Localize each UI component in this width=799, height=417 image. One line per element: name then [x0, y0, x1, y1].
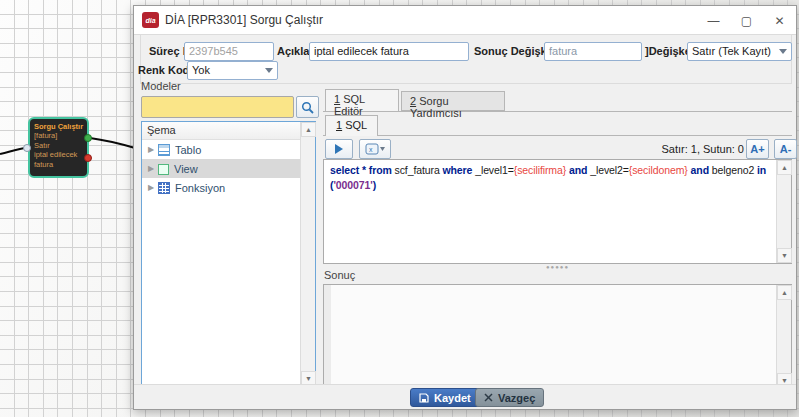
node-line: [fatura] — [30, 131, 87, 141]
splitter-handle[interactable]: ●●●●● — [323, 264, 792, 270]
chevron-down-icon — [779, 49, 787, 54]
node-line: fatura — [30, 160, 87, 170]
renk-kodu-dropdown[interactable]: Yok — [187, 61, 278, 80]
play-icon — [334, 144, 344, 154]
cancel-button[interactable]: Vazgeç — [475, 388, 544, 407]
tab-sql-editor[interactable]: 1 SQL Editör — [325, 89, 399, 111]
scroll-up-icon[interactable]: ▲ — [777, 160, 792, 175]
node-input-port[interactable] — [23, 144, 31, 152]
dialog-titlebar[interactable]: dia DİA [RPR3301] Sorgu Çalıştır — ▢ ✕ — [134, 6, 796, 35]
font-increase-button[interactable]: A+ — [746, 139, 769, 159]
svg-text:x: x — [369, 146, 373, 153]
tree-scrollbar[interactable]: ▲ ▼ — [300, 122, 315, 386]
function-icon — [158, 182, 170, 194]
variable-icon: x — [365, 143, 385, 155]
node-output-port-error[interactable] — [84, 154, 92, 162]
tree-item-fonksiyon[interactable]: ▶ Fonksiyon — [142, 178, 315, 197]
save-button[interactable]: Kaydet — [410, 388, 480, 407]
tab-sorgu-yardimcisi[interactable]: 2 Sorgu Yardımcısı — [401, 91, 505, 111]
chevron-down-icon — [265, 68, 273, 73]
result-scrollbar[interactable]: ▲ ▼ — [776, 285, 791, 388]
schema-tree-panel: Şema ▶ Tablo ▶ View ▶ Fonksiyon ▲ ▼ — [141, 121, 316, 387]
expand-arrow-icon[interactable]: ▶ — [148, 145, 158, 154]
sorgu-calistir-dialog: dia DİA [RPR3301] Sorgu Çalıştır — ▢ ✕ S… — [133, 5, 797, 410]
tree-item-view[interactable]: ▶ View — [142, 159, 315, 178]
tree-item-tablo[interactable]: ▶ Tablo — [142, 140, 315, 159]
variable-insert-dropdown-button[interactable]: x — [359, 139, 391, 159]
expand-arrow-icon[interactable]: ▶ — [148, 164, 158, 173]
search-button[interactable] — [296, 96, 319, 118]
sql-code: select * from scf_fatura where _level1={… — [324, 160, 791, 196]
workflow-node-sorgu-calistir[interactable]: Sorgu Çalıştır [fatura] Satır iptal edil… — [28, 117, 89, 178]
search-icon — [301, 101, 314, 114]
node-line: iptal edilecek — [30, 150, 87, 160]
subtab-sql[interactable]: 1 SQL — [325, 115, 378, 136]
node-line: Satır — [30, 141, 87, 151]
node-title: Sorgu Çalıştır — [30, 119, 87, 131]
font-decrease-button[interactable]: A- — [774, 139, 797, 159]
result-area[interactable]: ▲ ▼ — [323, 284, 792, 389]
save-icon — [419, 393, 429, 403]
schema-header: Şema — [142, 122, 315, 140]
modeler-search-input[interactable] — [141, 96, 294, 118]
expand-arrow-icon[interactable]: ▶ — [148, 183, 158, 192]
sonuc-section-label: Sonuç — [324, 269, 355, 281]
modeler-label: Modeler — [141, 80, 181, 92]
table-icon — [158, 144, 170, 156]
scroll-down-icon[interactable]: ▼ — [777, 248, 792, 263]
dia-logo-icon: dia — [142, 12, 159, 28]
close-icon — [484, 393, 493, 402]
editor-scrollbar[interactable]: ▲ ▼ — [776, 160, 791, 263]
scroll-up-icon[interactable]: ▲ — [301, 122, 316, 137]
dialog-footer: Kaydet Vazgeç — [134, 384, 796, 409]
run-query-button[interactable] — [325, 139, 353, 159]
sonuc-degiskeni-input[interactable]: fatura — [544, 42, 642, 61]
degisken-tipi-dropdown[interactable]: Satır (Tek Kayıt) — [687, 42, 792, 61]
maximize-button[interactable]: ▢ — [730, 6, 763, 35]
sql-editor-area[interactable]: select * from scf_fatura where _level1={… — [323, 159, 792, 264]
node-editor-canvas: { "canvas": { "node": { "title": "Sorgu … — [0, 0, 799, 417]
surec-id-input[interactable]: 2397b545 — [184, 42, 274, 61]
node-output-port-success[interactable] — [84, 134, 92, 142]
minimize-button[interactable]: — — [697, 6, 730, 35]
view-icon — [158, 164, 169, 175]
dialog-title: DİA [RPR3301] Sorgu Çalıştır — [165, 13, 323, 27]
close-button[interactable]: ✕ — [763, 6, 796, 35]
cursor-position-status: Satır: 1, Sutun: 0 — [661, 143, 744, 155]
aciklama-input[interactable]: iptal edilecek fatura — [309, 42, 469, 61]
scroll-up-icon[interactable]: ▲ — [777, 285, 792, 300]
